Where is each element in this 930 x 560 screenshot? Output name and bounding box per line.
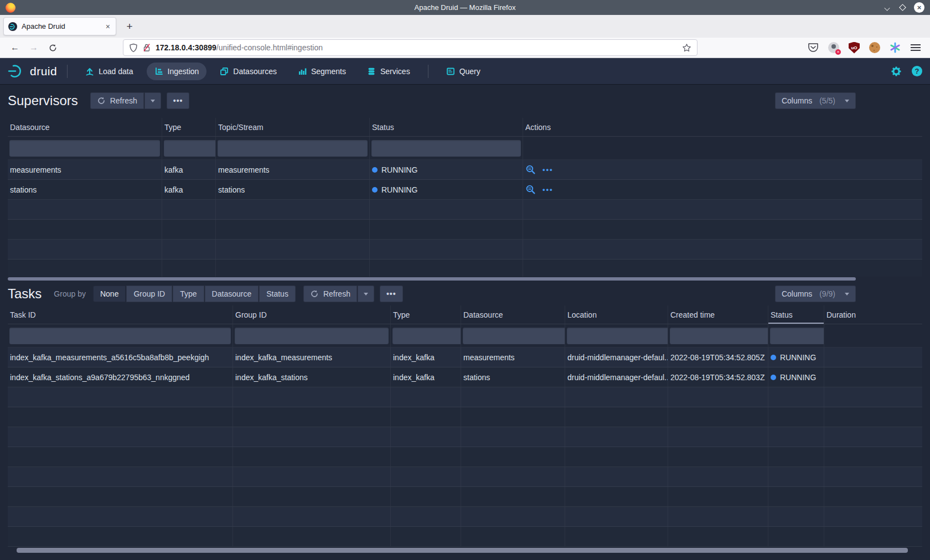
empty-row	[8, 467, 922, 487]
group-by-group-id-button[interactable]: Group ID	[126, 286, 172, 302]
gear-icon[interactable]	[891, 66, 902, 77]
status-text: RUNNING	[780, 373, 816, 382]
task-row[interactable]: index_kafka_stations_a9a679b22795b63_nnk…	[8, 367, 922, 387]
back-button[interactable]: ←	[8, 40, 22, 55]
nav-item-datasources[interactable]: Datasources	[212, 63, 285, 80]
task-duration	[824, 367, 922, 387]
magnify-details-icon[interactable]	[525, 184, 536, 195]
supervisor-type: kafka	[162, 180, 216, 199]
horizontal-scrollbar-thumb[interactable]	[17, 548, 908, 553]
druid-logo[interactable]: druid	[8, 64, 57, 79]
status-text: RUNNING	[381, 165, 417, 174]
status-filter-input[interactable]	[770, 328, 824, 344]
tab-close-icon[interactable]: ×	[105, 22, 111, 31]
datasource-filter-input[interactable]	[463, 328, 565, 344]
topic-stream-filter-input[interactable]	[218, 140, 368, 157]
group-by-status-button[interactable]: Status	[259, 286, 296, 302]
supervisor-row[interactable]: measurements kafka measurements RUNNING …	[8, 160, 922, 180]
supervisor-row[interactable]: stations kafka stations RUNNING •••	[8, 180, 922, 200]
url-text: 172.18.0.4:30899/unified-console.html#in…	[156, 43, 678, 52]
ublock-origin-icon[interactable]: uO	[848, 41, 861, 54]
chevron-down-icon	[364, 293, 368, 295]
bookmark-star-icon[interactable]	[682, 43, 691, 53]
minimize-icon[interactable]	[885, 6, 891, 9]
datasource-filter-input[interactable]	[9, 140, 160, 157]
extension-asterisk-icon[interactable]	[888, 41, 902, 54]
task-type: index_kafka	[391, 367, 461, 387]
nav-item-services[interactable]: Services	[359, 63, 418, 80]
magnify-details-icon[interactable]	[525, 164, 536, 175]
columns-label: Columns	[782, 289, 812, 298]
refresh-icon	[310, 289, 319, 298]
tasks-pane: Tasks Group by None Group ID Type Dataso…	[8, 286, 922, 553]
tasks-table: Task ID Group ID Type Datasource Locatio…	[8, 305, 922, 553]
row-actions-more-icon[interactable]: •••	[542, 165, 554, 174]
group-by-none-button[interactable]: None	[93, 286, 126, 302]
tab-apache-druid[interactable]: Apache Druid ×	[3, 17, 116, 35]
task-created-time: 2022-08-19T05:34:52.805Z	[668, 348, 768, 367]
nav-item-label: Ingestion	[168, 67, 199, 76]
nav-item-query[interactable]: Query	[438, 63, 488, 80]
empty-row	[8, 260, 922, 277]
datasources-icon	[220, 67, 229, 76]
druid-favicon	[8, 22, 17, 31]
insecure-lock-icon[interactable]	[142, 43, 151, 52]
task-id-filter-input[interactable]	[9, 328, 231, 344]
pocket-icon[interactable]	[807, 41, 820, 54]
nav-item-segments[interactable]: Segments	[290, 63, 354, 80]
type-filter-input[interactable]	[164, 140, 216, 157]
maximize-icon[interactable]	[899, 4, 906, 11]
close-icon[interactable]: ×	[914, 2, 924, 13]
task-row[interactable]: index_kafka_measurements_a5616c5ba8afb8b…	[8, 348, 922, 367]
column-header-created-time[interactable]: Created time	[668, 305, 768, 324]
columns-count: (9/9)	[819, 289, 835, 298]
shield-icon[interactable]	[129, 43, 138, 53]
type-filter-input[interactable]	[392, 328, 461, 344]
pane-splitter-handle[interactable]	[8, 277, 856, 281]
supervisors-refresh-caret-button[interactable]	[144, 92, 161, 109]
nav-item-load-data[interactable]: Load data	[78, 63, 141, 80]
cookie-extension-icon[interactable]	[868, 41, 881, 54]
column-header-status-sorted[interactable]: Status	[768, 305, 824, 324]
supervisor-topic: measurements	[216, 160, 370, 179]
group-by-type-button[interactable]: Type	[173, 286, 204, 302]
location-filter-input[interactable]	[567, 328, 668, 344]
column-header-location[interactable]: Location	[565, 305, 668, 324]
new-tab-button[interactable]: +	[122, 19, 137, 34]
supervisors-refresh-button[interactable]: Refresh	[90, 92, 144, 109]
reload-button[interactable]	[45, 40, 60, 55]
status-filter-input[interactable]	[371, 140, 521, 157]
column-header-datasource[interactable]: Datasource	[8, 118, 162, 136]
group-by-button-group: None Group ID Type Datasource Status	[93, 286, 296, 302]
url-path: /unified-console.html#ingestion	[216, 43, 323, 52]
containers-icon[interactable]	[827, 41, 840, 54]
column-header-topic-stream[interactable]: Topic/Stream	[216, 118, 370, 136]
supervisors-columns-button[interactable]: Columns(5/5)	[775, 92, 856, 109]
help-icon[interactable]: ?	[912, 66, 922, 76]
column-header-type[interactable]: Type	[162, 118, 216, 136]
column-header-task-id[interactable]: Task ID	[8, 305, 233, 324]
row-actions-more-icon[interactable]: •••	[542, 185, 554, 194]
column-header-group-id[interactable]: Group ID	[233, 305, 391, 324]
nav-item-ingestion[interactable]: Ingestion	[147, 63, 207, 80]
segments-icon	[298, 67, 307, 76]
supervisor-topic: stations	[216, 180, 370, 199]
menu-icon[interactable]	[909, 41, 922, 54]
chevron-down-icon	[845, 100, 849, 102]
group-id-filter-input[interactable]	[235, 328, 389, 344]
supervisors-more-button[interactable]: •••	[167, 92, 190, 109]
url-bar[interactable]: 172.18.0.4:30899/unified-console.html#in…	[123, 39, 698, 56]
tasks-refresh-button[interactable]: Refresh	[303, 286, 357, 302]
group-by-label: Group by	[54, 289, 86, 298]
created-time-filter-input[interactable]	[670, 328, 768, 344]
column-header-status[interactable]: Status	[370, 118, 523, 136]
column-header-duration[interactable]: Duration	[824, 305, 922, 324]
tasks-more-button[interactable]: •••	[380, 286, 403, 302]
status-dot-icon	[372, 187, 378, 193]
empty-row	[8, 407, 922, 427]
column-header-datasource[interactable]: Datasource	[461, 305, 565, 324]
tasks-columns-button[interactable]: Columns(9/9)	[775, 286, 856, 302]
column-header-type[interactable]: Type	[391, 305, 461, 324]
tasks-refresh-caret-button[interactable]	[358, 286, 374, 302]
group-by-datasource-button[interactable]: Datasource	[205, 286, 259, 302]
